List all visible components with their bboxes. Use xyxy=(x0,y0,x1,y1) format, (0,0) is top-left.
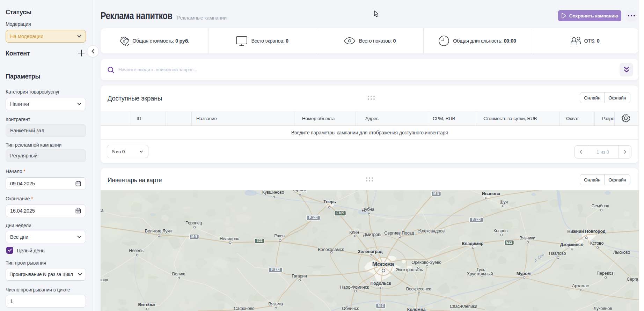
svg-text:Шуя: Шуя xyxy=(499,200,508,205)
svg-text:Семёнов: Семёнов xyxy=(592,203,609,208)
svg-text:Невель: Невель xyxy=(129,248,144,253)
svg-text:Хрустальный: Хрустальный xyxy=(467,272,493,276)
svg-text:Велиж: Велиж xyxy=(172,272,185,276)
svg-text:Сергиев Посад: Сергиев Посад xyxy=(384,231,414,236)
svg-text:Ковров: Ковров xyxy=(493,228,508,233)
svg-text:Павлово: Павлово xyxy=(549,251,566,256)
svg-text:Волоколамск: Волоколамск xyxy=(318,247,344,252)
svg-text:Е105: Е105 xyxy=(336,211,344,215)
svg-text:Торжок: Торжок xyxy=(292,190,307,192)
svg-text:Арзамас: Арзамас xyxy=(572,283,589,288)
svg-text:Р-132: Р-132 xyxy=(309,216,318,220)
svg-text:Дмитров: Дмитров xyxy=(363,232,380,237)
svg-text:Клин: Клин xyxy=(349,230,359,235)
svg-text:Москва: Москва xyxy=(372,261,394,268)
svg-text:Тверь: Тверь xyxy=(323,199,336,204)
svg-text:Е22: Е22 xyxy=(506,240,513,244)
svg-text:Наро-Фоминск: Наро-Фоминск xyxy=(340,285,369,290)
svg-text:Е22: Е22 xyxy=(257,239,263,243)
svg-text:Спас-Клепики: Спас-Клепики xyxy=(450,304,477,309)
svg-text:М-8: М-8 xyxy=(433,192,439,195)
svg-text:Витебск: Витебск xyxy=(138,302,156,307)
svg-text:Р-132: Р-132 xyxy=(271,268,280,272)
svg-text:М-2: М-2 xyxy=(378,304,384,308)
svg-text:Перевоз: Перевоз xyxy=(597,271,613,276)
svg-text:Муром: Муром xyxy=(517,271,531,276)
svg-text:Подольск: Подольск xyxy=(371,281,391,286)
svg-text:Орехово-Зуево: Орехово-Зуево xyxy=(411,260,441,265)
svg-text:Торопец: Торопец xyxy=(186,221,202,225)
svg-text:Серга: Серга xyxy=(627,277,638,282)
svg-text:Зеленоград: Зеленоград xyxy=(358,249,383,254)
svg-text:Александров: Александров xyxy=(419,229,445,234)
svg-text:Владимир: Владимир xyxy=(462,241,484,246)
svg-text:Ржев: Ржев xyxy=(274,234,285,238)
svg-text:Коломна: Коломна xyxy=(407,307,426,311)
svg-text:Лысково: Лысково xyxy=(613,250,630,255)
svg-text:Воскресенск: Воскресенск xyxy=(406,287,431,291)
svg-text:Обнинск: Обнинск xyxy=(342,306,359,311)
svg-text:Вязники: Вязники xyxy=(519,236,535,240)
svg-text:Р-132: Р-132 xyxy=(472,218,481,222)
svg-text:ка: ка xyxy=(101,208,103,213)
svg-text:М-9: М-9 xyxy=(191,235,197,238)
svg-text:Иваново: Иваново xyxy=(482,191,500,196)
svg-text:Гагарин: Гагарин xyxy=(292,274,307,279)
svg-text:Дзержинск: Дзержинск xyxy=(560,242,583,247)
svg-text:S: S xyxy=(123,39,125,44)
svg-text:Кстово: Кстово xyxy=(590,241,604,246)
svg-text:Кувшиново: Кувшиново xyxy=(262,190,284,195)
svg-text:Нелидово: Нелидово xyxy=(220,236,239,241)
svg-text:Дубна: Дубна xyxy=(362,207,374,212)
svg-text:Великие Луки: Великие Луки xyxy=(145,229,172,234)
svg-text:Лукоянов: Лукоянов xyxy=(594,306,612,311)
svg-text:лоцк: лоцк xyxy=(101,277,108,282)
svg-text:Вязьма: Вязьма xyxy=(268,302,283,306)
svg-text:Сафоново: Сафоново xyxy=(234,306,254,311)
svg-text:Нижний Новгород: Нижний Новгород xyxy=(567,229,605,234)
